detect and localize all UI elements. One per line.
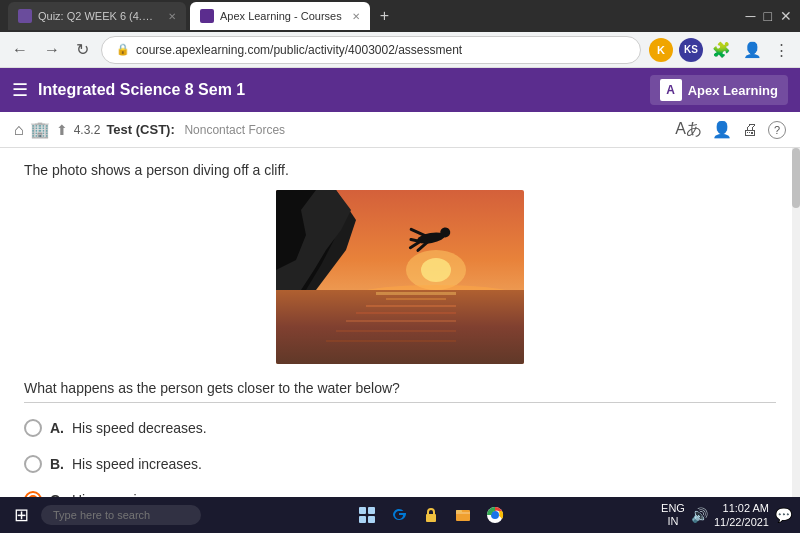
clock-date: 11/22/2021 [714,515,769,529]
taskbar-search[interactable] [41,505,201,525]
svg-point-2 [421,258,451,282]
tab2-close[interactable]: ✕ [352,11,360,22]
sub-nav-left: ⌂ 🏢 ⬆ 4.3.2 Test (CST): Noncontact Force… [14,120,285,139]
svg-rect-8 [356,312,456,314]
tab1-close[interactable]: ✕ [168,11,176,22]
breadcrumb-test-type: Test (CST): [106,122,178,137]
cliff-image [276,190,524,364]
home-icon[interactable]: ⌂ [14,121,24,139]
sub-nav-icons: Aあ 👤 🖨 ? [675,119,786,140]
profile-icon[interactable]: 👤 [740,38,765,62]
windows-taskbar: ⊞ [0,497,800,533]
scrollbar-track[interactable] [792,148,800,497]
tab1-label: Quiz: Q2 WEEK 6 (4.3.2 Test Refl... [38,10,158,22]
scrollbar-thumb[interactable] [792,148,800,208]
help-icon[interactable]: ? [768,121,786,139]
browser-tab-2[interactable]: Apex Learning - Courses ✕ [190,2,370,30]
taskbar-app-multitasking[interactable] [353,501,381,529]
taskbar-lang: ENGIN [661,502,685,528]
tab1-favicon [18,9,32,23]
clock-time: 11:02 AM [714,501,769,515]
svg-rect-27 [456,510,462,513]
taskbar-left: ⊞ [8,502,201,528]
svg-rect-10 [336,330,456,332]
reload-button[interactable]: ↻ [72,36,93,63]
tab2-favicon [200,9,214,23]
taskbar-app-files[interactable] [449,501,477,529]
ks-icon: KS [679,38,703,62]
svg-rect-4 [276,290,524,364]
hamburger-menu[interactable]: ☰ [12,79,28,101]
svg-rect-11 [326,340,456,342]
back-button[interactable]: ← [8,37,32,63]
answer-option-b[interactable]: B. His speed increases. [24,455,776,473]
minimize-button[interactable]: ─ [746,8,756,24]
image-container [24,190,776,364]
svg-rect-25 [426,514,436,522]
user-icon[interactable]: 👤 [712,120,732,139]
apex-logo[interactable]: A Apex Learning [650,75,788,105]
answer-text-b: His speed increases. [72,456,202,472]
close-window-button[interactable]: ✕ [780,8,792,24]
browser-toolbar: ← → ↻ 🔒 course.apexlearning.com/public/a… [0,32,800,68]
cliff-diving-svg [276,190,524,364]
apex-logo-icon: A [660,79,682,101]
answer-label-b: B. [50,456,64,472]
main-content: The photo shows a person diving off a cl… [0,148,800,497]
browser-titlebar: Quiz: Q2 WEEK 6 (4.3.2 Test Refl... ✕ Ap… [0,0,800,32]
svg-rect-5 [376,292,456,295]
svg-point-30 [492,512,498,518]
start-button[interactable]: ⊞ [8,502,35,528]
url-text: course.apexlearning.com/public/activity/… [136,43,462,57]
menu-icon[interactable]: ⋮ [771,38,792,62]
svg-rect-24 [368,516,375,523]
bookmark-icon[interactable]: 🏢 [30,120,50,139]
question-divider [24,402,776,403]
answer-text-a: His speed decreases. [72,420,207,436]
notification-icon[interactable]: 💬 [775,507,792,523]
print-icon[interactable]: 🖨 [742,121,758,139]
lock-icon: 🔒 [116,43,130,56]
answer-label-a: A. [50,420,64,436]
svg-rect-6 [386,298,446,300]
answer-option-a[interactable]: A. His speed decreases. [24,419,776,437]
svg-rect-9 [346,320,456,322]
language-icon[interactable]: Aあ [675,119,702,140]
taskbar-clock[interactable]: 11:02 AM 11/22/2021 [714,501,769,530]
browser-tab-1[interactable]: Quiz: Q2 WEEK 6 (4.3.2 Test Refl... ✕ [8,2,186,30]
radio-a[interactable] [24,419,42,437]
taskbar-app-lock[interactable] [417,501,445,529]
page-title: Integrated Science 8 Sem 1 [38,81,245,99]
forward-button[interactable]: → [40,37,64,63]
sub-nav: ⌂ 🏢 ⬆ 4.3.2 Test (CST): Noncontact Force… [0,112,800,148]
breadcrumb-arrow: ⬆ [56,122,68,138]
svg-rect-21 [359,507,366,514]
tab2-label: Apex Learning - Courses [220,10,342,22]
taskbar-app-chrome[interactable] [481,501,509,529]
address-bar[interactable]: 🔒 course.apexlearning.com/public/activit… [101,36,641,64]
app-header: ☰ Integrated Science 8 Sem 1 A Apex Lear… [0,68,800,112]
taskbar-right: ENGIN 🔊 11:02 AM 11/22/2021 💬 [661,501,792,530]
header-left: ☰ Integrated Science 8 Sem 1 [12,79,245,101]
breadcrumb-test-title: Noncontact Forces [184,123,285,137]
k-icon: K [649,38,673,62]
maximize-button[interactable]: □ [764,8,772,24]
taskbar-apps [353,501,509,529]
question-intro: The photo shows a person diving off a cl… [24,162,776,178]
taskbar-app-edge[interactable] [385,501,413,529]
svg-rect-7 [366,305,456,307]
svg-rect-22 [368,507,375,514]
breadcrumb-section: 4.3.2 [74,123,101,137]
svg-rect-23 [359,516,366,523]
radio-b[interactable] [24,455,42,473]
question-text: What happens as the person gets closer t… [24,380,776,396]
apex-logo-text: Apex Learning [688,83,778,98]
taskbar-volume[interactable]: 🔊 [691,507,708,523]
browser-toolbar-icons: K KS 🧩 👤 ⋮ [649,38,792,62]
new-tab-button[interactable]: + [374,7,395,25]
extensions-icon[interactable]: 🧩 [709,38,734,62]
